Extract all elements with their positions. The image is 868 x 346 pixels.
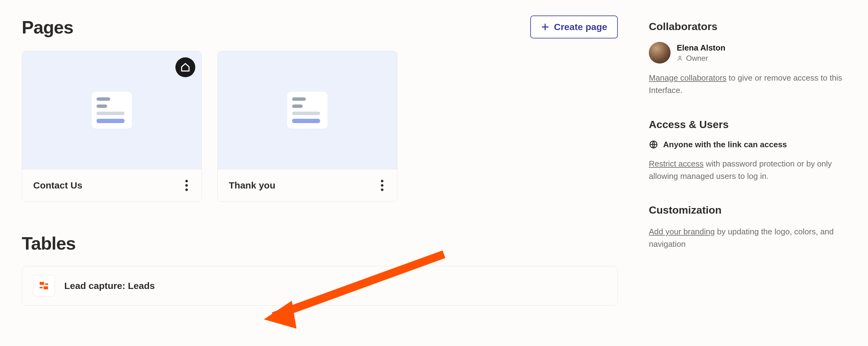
- access-status-text: Anyone with the link can access: [663, 140, 787, 149]
- create-page-label: Create page: [554, 22, 607, 32]
- access-hint: Restrict access with password protection…: [649, 158, 846, 183]
- tables-heading: Tables: [22, 233, 618, 253]
- collaborator-row: Elena Alston Owner: [649, 42, 846, 64]
- page-card-preview: [22, 51, 202, 169]
- table-row-lead-capture[interactable]: Lead capture: Leads: [22, 266, 618, 306]
- person-icon: [677, 55, 683, 61]
- page-card-preview: [218, 51, 397, 169]
- access-status-row: Anyone with the link can access: [649, 140, 846, 149]
- manage-collaborators-link[interactable]: Manage collaborators: [649, 73, 726, 82]
- home-badge: [176, 57, 195, 77]
- sidebar: Collaborators Elena Alston Owner Manage …: [649, 15, 846, 306]
- avatar: [649, 42, 671, 64]
- pages-heading: Pages: [22, 17, 73, 37]
- customization-section: Customization Add your branding by updat…: [649, 204, 846, 250]
- page-card-menu-button[interactable]: [183, 177, 190, 194]
- access-heading: Access & Users: [649, 118, 846, 131]
- home-icon: [180, 62, 190, 72]
- svg-point-9: [679, 56, 681, 58]
- collaborator-role: Owner: [677, 54, 725, 63]
- svg-rect-3: [45, 283, 48, 285]
- svg-rect-5: [43, 286, 48, 289]
- page-card-title: Thank you: [229, 180, 275, 191]
- page-card-title: Contact Us: [33, 180, 82, 191]
- plus-icon: [541, 23, 550, 31]
- collaborator-name: Elena Alston: [677, 43, 725, 53]
- svg-rect-2: [40, 282, 44, 285]
- collaborators-hint: Manage collaborators to give or remove a…: [649, 72, 846, 97]
- page-card-menu-button[interactable]: [378, 177, 386, 194]
- pages-grid: Contact Us Thank you: [22, 51, 618, 202]
- access-section: Access & Users Anyone with the link can …: [649, 118, 846, 183]
- svg-rect-4: [40, 287, 43, 288]
- page-thumbnail-icon: [92, 92, 132, 129]
- collaborators-section: Collaborators Elena Alston Owner Manage …: [649, 21, 846, 97]
- collaborators-heading: Collaborators: [649, 21, 846, 33]
- page-card-thank-you[interactable]: Thank you: [217, 51, 397, 202]
- globe-icon: [649, 140, 658, 149]
- page-thumbnail-icon: [287, 92, 328, 129]
- create-page-button[interactable]: Create page: [530, 15, 618, 38]
- restrict-access-link[interactable]: Restrict access: [649, 159, 704, 168]
- zapier-tables-icon: [33, 275, 55, 297]
- table-name: Lead capture: Leads: [64, 281, 155, 291]
- add-branding-link[interactable]: Add your branding: [649, 227, 715, 236]
- main-content: Pages Create page: [22, 15, 618, 306]
- customization-hint: Add your branding by updating the logo, …: [649, 226, 846, 250]
- page-card-contact-us[interactable]: Contact Us: [22, 51, 202, 202]
- customization-heading: Customization: [649, 204, 846, 216]
